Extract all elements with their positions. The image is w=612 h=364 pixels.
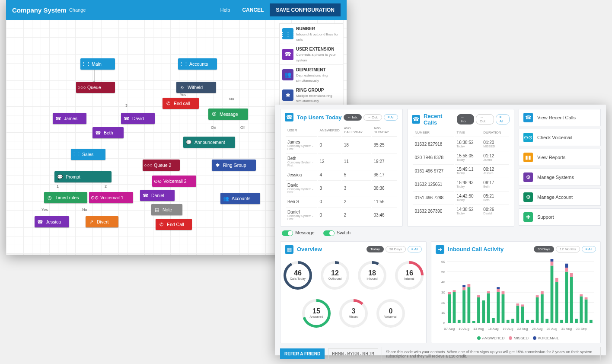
svg-rect-58 (472, 321, 475, 323)
node-accounts2[interactable]: 👥Accounts (220, 193, 260, 204)
queue-icon: ○○○ (145, 162, 151, 168)
svg-text:50: 50 (441, 270, 445, 274)
user-icon: ☎ (55, 115, 61, 121)
grid-icon: ⋮⋮ (83, 61, 89, 67)
node-ringgroup[interactable]: ✱Ring Group (212, 160, 256, 171)
pill-all2[interactable]: ≡ All (496, 114, 510, 125)
palette-item[interactable]: ⋮⋮⋮ NUMBERInbound & outbond lines for ca… (280, 24, 343, 44)
node-voicemail1[interactable]: ⊙⊙Voicemail 1 (89, 192, 133, 203)
split-icon: ⎋ (179, 84, 185, 90)
label-on: On (211, 125, 216, 130)
node-timedrules[interactable]: ◷Timed rules (44, 192, 87, 203)
sidebar-icon: ▮▮ (523, 153, 533, 162)
svg-rect-97 (536, 297, 539, 322)
node-sales[interactable]: ⋮⋮Sales (71, 149, 105, 160)
sidebar-icon: ⚙ (523, 192, 533, 202)
svg-rect-56 (468, 284, 471, 287)
sidebar-item[interactable]: ▮▮ View Reports (519, 149, 601, 166)
table-row[interactable]: Ben S0211:56 (286, 197, 397, 206)
svg-rect-117 (565, 263, 568, 267)
message-toggle[interactable] (282, 230, 293, 236)
pill-all[interactable]: ≡ All (384, 114, 398, 121)
node-beth[interactable]: ☎Beth (92, 127, 124, 138)
sidebar-item[interactable]: ✚ Support (519, 208, 601, 226)
help-link[interactable]: Help (220, 7, 230, 13)
node-accounts[interactable]: ⋮⋮Accounts (178, 58, 217, 70)
pill-all3[interactable]: ≡ All (408, 246, 422, 252)
refer-button[interactable]: REFER A FRIEND (280, 348, 325, 359)
sidebar-item[interactable]: ⚙ Manage Account (519, 188, 601, 206)
node-voicemail2[interactable]: ⊙⊙Voicemail 2 (152, 176, 196, 187)
pill-30d2[interactable]: 30 Days (534, 246, 554, 252)
overview-donut: 16 Internal (393, 259, 426, 293)
pill-all4[interactable]: ≡ All (582, 246, 596, 252)
table-row[interactable]: 020 7946 837815:58:05Today01:12James (413, 151, 509, 163)
label-yes2: Yes (41, 208, 48, 212)
svg-text:Outbound: Outbound (328, 277, 341, 280)
pill-out[interactable]: → Out. (363, 114, 382, 121)
node-daniel[interactable]: ☎Daniel (140, 190, 175, 201)
node-david[interactable]: ☎David (121, 113, 155, 124)
table-row[interactable]: 0151 496 728814:42:50Today05:21Beth (413, 191, 509, 204)
dashboard-window: ☎ Top Users Today ← Inb. → Out. ≡ All US… (275, 105, 606, 355)
svg-text:46: 46 (294, 269, 302, 277)
table-row[interactable]: 01632 82791816:38:52Today01:20MISSED (413, 138, 509, 150)
table-row[interactable]: JamesCompany System - First01835:25 (286, 137, 397, 153)
pill-out2[interactable]: → Out. (476, 114, 494, 125)
switch-toggle[interactable] (323, 230, 335, 236)
flow-change-link[interactable]: Change (69, 7, 86, 13)
node-queue2[interactable]: ○○○Queue 2 (143, 160, 180, 171)
svg-text:10: 10 (441, 311, 445, 315)
svg-rect-91 (526, 319, 529, 322)
sidebar-item[interactable]: ⊙⊙ Check Voicemail (519, 129, 601, 146)
sidebar-icon: ☎ (523, 113, 533, 122)
node-prompt[interactable]: 💬Prompt (54, 171, 112, 182)
label-1: 1 (57, 184, 59, 188)
palette-item[interactable]: 👥 DEPARTMENTDep. extensions ring simulta… (280, 65, 343, 85)
svg-text:28 Aug: 28 Aug (547, 327, 558, 331)
svg-rect-103 (546, 319, 549, 322)
pill-today[interactable]: Today (367, 246, 383, 252)
pill-12m[interactable]: 12 Months (556, 246, 580, 252)
table-row[interactable]: DanielCompany System - First0203:46 (286, 207, 397, 223)
svg-text:Missed: Missed (349, 315, 358, 318)
pill-30d[interactable]: 30 Days (386, 246, 406, 252)
table-row[interactable]: 01632 12566115:48:43Today08:17Beth (413, 178, 509, 190)
table-row[interactable]: Jessica4536:17 (286, 170, 397, 179)
palette-icon: ✱ (282, 89, 293, 101)
node-endcall[interactable]: ✆End call (163, 98, 199, 109)
palette-item[interactable]: ✱ RING GROUPMultiple extensions ring sim… (280, 85, 343, 105)
sidebar-item[interactable]: ☎ View Recent Calls (519, 109, 601, 126)
node-jessica[interactable]: ☎Jessica (35, 216, 69, 227)
node-note[interactable]: ▤Note (151, 204, 182, 215)
node-divert[interactable]: ↗Divert (86, 216, 118, 227)
sidebar-item[interactable]: ⚙ Manage Systems (519, 169, 601, 186)
table-row[interactable]: 01632 26739014:38:52Today00:26Daniel (413, 204, 509, 217)
svg-rect-64 (482, 300, 485, 323)
table-row[interactable]: BethCompany System - First121119:27 (286, 153, 397, 169)
svg-text:Internal: Internal (404, 277, 414, 280)
node-james[interactable]: ☎James (53, 113, 86, 124)
table-row[interactable]: 0161 496 972715:49:11Today00:12Jessica (413, 164, 509, 177)
overview-donut: 46 Calls Today (281, 259, 314, 293)
node-message[interactable]: ⦿Message (208, 109, 248, 120)
table-row[interactable]: DavidCompany System - First3308:36 (286, 180, 397, 196)
pill-inb[interactable]: ← Inb. (344, 114, 362, 121)
recent-calls-table: NUMBERTIMEDURATION01632 82791816:38:52To… (408, 128, 514, 220)
save-button[interactable]: SAVE CONFIGURATION (270, 3, 341, 16)
node-endcall2[interactable]: ✆End Call (156, 219, 192, 230)
svg-text:18: 18 (368, 269, 376, 277)
group-icon: 👥 (223, 195, 229, 201)
pill-inb2[interactable]: ← Inb. (457, 114, 474, 125)
node-withheld[interactable]: ⎋Witheld (176, 82, 216, 93)
svg-text:20: 20 (441, 300, 445, 304)
node-main[interactable]: ⋮⋮Main (80, 58, 115, 70)
refer-text: Share this code with your contacts. When… (382, 347, 601, 361)
card-recent-calls: ☎ Recent Calls ← Inb. → Out. ≡ All NUMBE… (407, 109, 514, 227)
cancel-button[interactable]: CANCEL (236, 3, 270, 16)
phone-icon: ☎ (412, 115, 420, 124)
palette-item[interactable]: ☎ USER EXTENSIONConnects a phone to your… (280, 44, 343, 64)
node-queue[interactable]: ○○○Queue (76, 82, 115, 93)
svg-text:10 Aug: 10 Aug (459, 327, 469, 331)
node-announcement[interactable]: 💬Announcement (183, 137, 235, 148)
